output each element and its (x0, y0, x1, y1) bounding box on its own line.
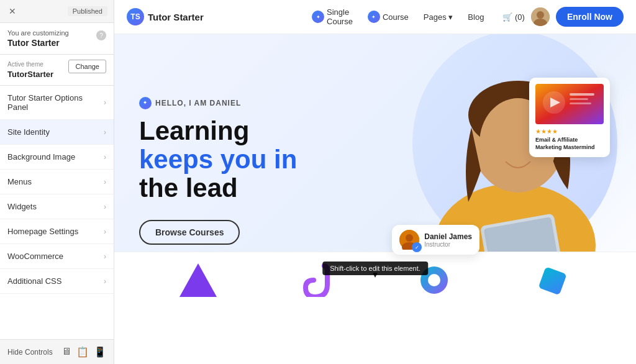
svg-rect-17 (570, 93, 594, 96)
menu-item-homepage-settings[interactable]: Homepage Settings › (0, 219, 114, 244)
course-icon: ✦ (368, 11, 380, 23)
svg-point-1 (537, 11, 544, 19)
course-stars: ★★★★ (535, 128, 604, 135)
panel-footer: Hide Controls 🖥 📋 📱 (0, 339, 114, 364)
customizer-panel: ✕ Published You are customizing Tutor St… (0, 0, 114, 364)
menu-item-tutor-starter[interactable]: Tutor Starter Options Panel › (0, 86, 114, 120)
menu-item-woocommerce[interactable]: WooCommerce › (0, 244, 114, 269)
nav-link-blog[interactable]: Blog (461, 9, 490, 25)
active-theme-name: TutorStarter (7, 70, 53, 79)
desktop-icon[interactable]: 🖥 (61, 346, 71, 358)
hello-tag: ✦ HELLO, I AM DANIEL (139, 97, 297, 109)
course-card-thumbnail (535, 84, 604, 124)
active-theme-section: Active theme TutorStarter Change (0, 55, 114, 86)
course-title: Email & Affiliate Marketing Mastermind (535, 137, 604, 151)
nav-link-label: Blog (468, 12, 484, 22)
nav-link-course[interactable]: ✦ Course (361, 7, 415, 27)
nav-links: ✦ SingleCourse ✦ Course Pages ▾ Blog (306, 4, 490, 30)
chevron-right-icon: › (104, 178, 106, 186)
svg-rect-22 (538, 266, 567, 295)
menu-item-label: Additional CSS (7, 276, 61, 286)
hero-text: ✦ HELLO, I AM DANIEL Learning keeps you … (139, 97, 297, 245)
course-card: ★★★★ Email & Affiliate Marketing Masterm… (529, 78, 610, 157)
menu-item-widgets[interactable]: Widgets › (0, 194, 114, 219)
menu-item-label: Background Image (7, 152, 75, 162)
nav-link-label: Pages ▾ (424, 12, 453, 22)
svg-point-21 (428, 274, 440, 286)
chevron-right-icon: › (104, 202, 106, 211)
help-icon[interactable]: ? (96, 30, 106, 40)
instructor-info: Daniel James Instructor (424, 232, 472, 248)
chevron-right-icon: › (104, 153, 106, 162)
menu-item-label: Homepage Settings (7, 227, 78, 236)
instructor-card: ✓ Daniel James Instructor (392, 225, 479, 255)
triangle-decoration (179, 262, 217, 299)
hello-tag-icon: ✦ (139, 97, 152, 109)
logo-text: Tutor Starter (148, 12, 204, 22)
top-navigation: TS Tutor Starter ✦ SingleCourse ✦ Course… (114, 0, 636, 34)
mobile-icon[interactable]: 📱 (94, 346, 106, 358)
single-course-icon: ✦ (312, 11, 324, 23)
hide-controls-button[interactable]: Hide Controls (7, 348, 53, 357)
bottom-decorations (114, 252, 636, 307)
chevron-right-icon: › (104, 98, 106, 107)
menu-item-label: Widgets (7, 202, 37, 211)
blue-cube-icon (537, 265, 568, 296)
site-logo[interactable]: TS Tutor Starter (127, 8, 204, 25)
menu-item-label: Site Identity (7, 127, 50, 137)
site-name-label: Tutor Starter (7, 38, 69, 48)
chevron-right-icon: › (104, 252, 106, 261)
menu-item-site-identity[interactable]: Site Identity › (0, 120, 114, 145)
user-avatar[interactable] (531, 7, 550, 26)
hero-headline: Learning keeps you in the lead (139, 117, 297, 203)
nav-link-label: SingleCourse (327, 7, 353, 26)
nav-link-single-course[interactable]: ✦ SingleCourse (306, 4, 359, 30)
svg-rect-19 (570, 102, 591, 104)
chevron-right-icon: › (104, 128, 106, 137)
menu-item-label: Tutor Starter Options Panel (7, 93, 104, 112)
purple-triangle-icon (179, 263, 217, 297)
hello-tag-text: HELLO, I AM DANIEL (155, 99, 241, 107)
browse-courses-button[interactable]: Browse Courses (139, 220, 240, 245)
menu-item-menus[interactable]: Menus › (0, 170, 114, 194)
published-badge: Published (68, 6, 107, 16)
instructor-name: Daniel James (424, 232, 472, 241)
headline-line3: the lead (139, 173, 238, 202)
verified-badge: ✓ (412, 242, 422, 252)
customizing-label: You are customizing (7, 29, 69, 37)
headline-line1: Learning (139, 116, 249, 145)
panel-header: ✕ Published (0, 0, 114, 23)
tooltip-text: Shift-click to edit this element. (330, 265, 420, 272)
nav-actions: 🛒 (0) Enroll Now (502, 7, 624, 27)
menu-item-additional-css[interactable]: Additional CSS › (0, 269, 114, 294)
svg-point-12 (406, 234, 413, 242)
nav-link-label: Course (383, 12, 409, 22)
hero-section: ✦ HELLO, I AM DANIEL Learning keeps you … (114, 34, 636, 307)
menu-item-label: WooCommerce (7, 252, 63, 261)
main-preview: TS Tutor Starter ✦ SingleCourse ✦ Course… (114, 0, 636, 364)
enroll-now-button[interactable]: Enroll Now (556, 7, 624, 27)
menu-items-list: Tutor Starter Options Panel › Site Ident… (0, 86, 114, 339)
logo-icon: TS (127, 8, 144, 25)
chevron-right-icon: › (104, 277, 106, 286)
svg-rect-18 (570, 98, 588, 100)
menu-item-background-image[interactable]: Background Image › (0, 145, 114, 170)
view-mode-icons: 🖥 📋 📱 (61, 346, 106, 358)
change-theme-button[interactable]: Change (68, 60, 106, 73)
headline-line2: keeps you in (139, 145, 297, 174)
nav-link-pages[interactable]: Pages ▾ (417, 9, 459, 25)
shift-click-tooltip: Shift-click to edit this element. (322, 262, 428, 275)
tablet-icon[interactable]: 📋 (76, 346, 89, 358)
panel-info: You are customizing Tutor Starter ? (0, 23, 114, 55)
chevron-right-icon: › (104, 227, 106, 236)
instructor-role: Instructor (424, 241, 472, 248)
close-icon[interactable]: ✕ (6, 5, 19, 17)
cube-decoration (534, 262, 571, 299)
cart-button[interactable]: 🛒 (0) (502, 12, 525, 22)
menu-item-label: Menus (7, 177, 32, 186)
